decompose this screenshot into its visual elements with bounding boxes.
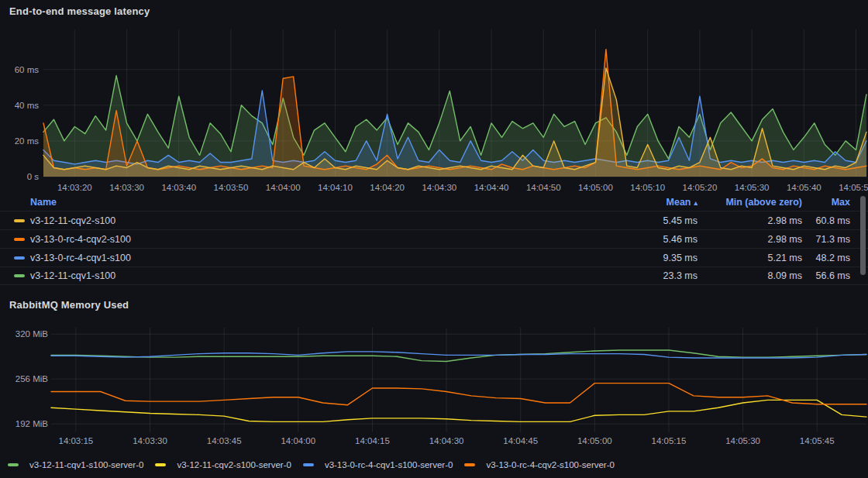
x-tick-label: 14:05:00	[578, 183, 613, 192]
x-tick-label: 14:05:00	[577, 436, 612, 445]
series-color-swatch	[14, 219, 25, 222]
x-tick-label: 14:05:50	[839, 183, 868, 192]
legend-item[interactable]: v3-13-0-rc-4-cqv2-s100-server-0	[464, 460, 615, 469]
max-value: 48.2 ms	[802, 253, 850, 263]
series-color-swatch	[464, 463, 475, 466]
x-tick-label: 14:03:30	[133, 436, 167, 445]
min-value: 5.21 ms	[698, 253, 802, 263]
y-tick-label: 20 ms	[15, 136, 40, 146]
mean-value: 23.3 ms	[604, 270, 698, 281]
series-color-swatch	[8, 463, 19, 466]
table-row[interactable]: v3-12-11-cqv2-s100 5.45 ms 2.98 ms 60.8 …	[0, 211, 868, 229]
series-color-swatch	[155, 463, 166, 466]
x-tick-label: 14:04:15	[355, 436, 390, 445]
x-tick-label: 14:03:30	[109, 183, 144, 192]
x-tick-label: 14:04:40	[474, 183, 509, 192]
y-tick-label: 256 MiB	[16, 374, 49, 383]
legend-label: v3-13-0-rc-4-cqv2-s100-server-0	[486, 460, 615, 469]
series-name: v3-13-0-rc-4-cqv1-s100	[30, 253, 131, 263]
column-header-min[interactable]: Min (above zero)	[698, 197, 802, 208]
x-tick-label: 14:04:20	[370, 183, 405, 192]
x-tick-label: 14:04:30	[422, 183, 456, 192]
legend-table-scrollbar[interactable]	[860, 196, 866, 275]
series-line-v3-12-11-cqv1-s100-server-0	[51, 350, 866, 361]
y-tick-label: 40 ms	[15, 101, 40, 110]
panel-title-memory: RabbitMQ Memory Used	[9, 299, 129, 311]
x-tick-label: 14:04:10	[318, 183, 353, 192]
legend-table-header: Name Mean▴ Min (above zero) Max	[0, 194, 868, 211]
column-header-name[interactable]: Name	[0, 197, 604, 208]
header-min-label: Min (above zero)	[725, 197, 802, 208]
latency-chart[interactable]: 0 s20 ms40 ms60 ms14:03:2014:03:3014:03:…	[0, 23, 868, 195]
memory-legend: v3-12-11-cqv1-s100-server-0 v3-12-11-cqv…	[8, 460, 615, 469]
x-tick-label: 14:04:30	[429, 436, 464, 445]
series-line-v3-12-11-cqv2-s100-server-0	[51, 400, 866, 421]
x-tick-label: 14:03:50	[214, 183, 249, 192]
legend-item[interactable]: v3-13-0-rc-4-cqv1-s100-server-0	[303, 460, 453, 469]
x-tick-label: 14:03:40	[161, 183, 196, 192]
series-color-swatch	[14, 256, 25, 260]
x-tick-label: 14:05:20	[683, 183, 718, 192]
header-mean-label: Mean	[666, 197, 691, 208]
min-value: 8.09 ms	[698, 270, 802, 281]
series-name: v3-12-11-cqv1-s100	[30, 270, 115, 281]
mean-value: 9.35 ms	[604, 253, 698, 263]
y-tick-label: 192 MiB	[16, 419, 49, 428]
max-value: 60.8 ms	[802, 215, 850, 226]
max-value: 56.6 ms	[802, 270, 850, 281]
series-name: v3-12-11-cqv2-s100	[30, 215, 115, 226]
series-name: v3-13-0-rc-4-cqv2-s100	[30, 234, 131, 245]
y-tick-label: 60 ms	[15, 65, 40, 74]
mean-value: 5.45 ms	[604, 215, 698, 226]
x-tick-label: 14:04:50	[526, 183, 561, 192]
y-tick-label: 320 MiB	[16, 329, 49, 339]
header-name-label: Name	[30, 197, 57, 208]
x-tick-label: 14:03:20	[57, 183, 92, 192]
series-line-v3-13-0-rc-4-cqv2-s100-server-0	[51, 383, 866, 405]
x-tick-label: 14:04:00	[266, 183, 301, 192]
series-color-swatch	[14, 238, 25, 241]
x-tick-label: 14:05:10	[630, 183, 665, 192]
x-tick-label: 14:05:30	[735, 183, 770, 192]
x-tick-label: 14:05:40	[787, 183, 822, 192]
column-header-mean[interactable]: Mean▴	[604, 197, 698, 208]
column-header-max[interactable]: Max	[802, 197, 850, 208]
panel-title-latency: End-to-end message latency	[9, 5, 150, 17]
table-row[interactable]: v3-12-11-cqv1-s100 23.3 ms 8.09 ms 56.6 …	[0, 267, 868, 285]
legend-label: v3-12-11-cqv2-s100-server-0	[177, 460, 291, 469]
min-value: 2.98 ms	[698, 215, 802, 226]
series-color-swatch	[14, 274, 25, 277]
table-row[interactable]: v3-13-0-rc-4-cqv2-s100 5.46 ms 2.98 ms 7…	[0, 229, 868, 248]
legend-label: v3-13-0-rc-4-cqv1-s100-server-0	[325, 460, 453, 469]
y-tick-label: 0 s	[27, 172, 40, 181]
legend-label: v3-12-11-cqv1-s100-server-0	[29, 460, 143, 469]
mean-value: 5.46 ms	[604, 234, 698, 245]
x-tick-label: 14:03:45	[207, 436, 242, 445]
table-row[interactable]: v3-13-0-rc-4-cqv1-s100 9.35 ms 5.21 ms 4…	[0, 248, 868, 267]
x-tick-label: 14:04:45	[503, 436, 538, 445]
max-value: 71.3 ms	[802, 234, 850, 245]
x-tick-label: 14:04:00	[281, 436, 315, 445]
legend-item[interactable]: v3-12-11-cqv1-s100-server-0	[8, 460, 143, 469]
x-tick-label: 14:03:15	[58, 436, 93, 445]
series-color-swatch	[303, 463, 314, 466]
legend-item[interactable]: v3-12-11-cqv2-s100-server-0	[155, 460, 291, 469]
x-tick-label: 14:05:45	[800, 436, 835, 445]
min-value: 2.98 ms	[698, 234, 802, 245]
x-tick-label: 14:05:30	[725, 436, 760, 445]
latency-legend-table: Name Mean▴ Min (above zero) Max v3-12-11…	[0, 194, 868, 285]
memory-chart[interactable]: 192 MiB256 MiB320 MiB14:03:1514:03:3014:…	[0, 310, 868, 453]
x-tick-label: 14:05:15	[652, 436, 687, 445]
swatch-spacer	[14, 201, 25, 204]
header-max-label: Max	[832, 197, 850, 208]
